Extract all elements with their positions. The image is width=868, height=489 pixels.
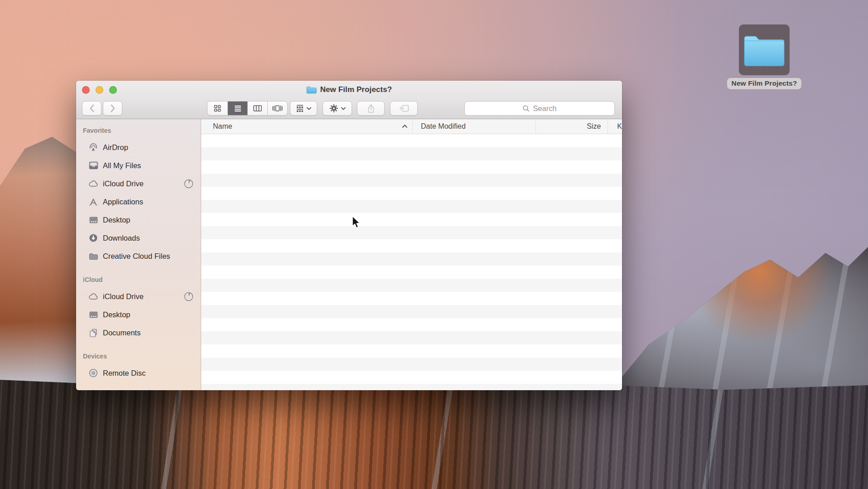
sidebar-item-desktop-2[interactable]: Desktop [76, 305, 201, 324]
minimize-button[interactable] [96, 86, 103, 94]
chevron-left-icon [89, 104, 95, 112]
sidebar-item-label: All My Files [103, 161, 141, 170]
search-placeholder: Search [533, 104, 556, 113]
gear-icon [329, 104, 338, 113]
list-view-icon [234, 105, 241, 112]
sidebar-item-airdrop[interactable]: AirDrop [76, 138, 201, 156]
icloud-icon [88, 180, 99, 187]
sidebar-item-documents[interactable]: Documents [76, 324, 201, 342]
icloud-icon [88, 293, 99, 300]
chevron-right-icon [110, 104, 116, 112]
column-header-date-modified[interactable]: Date Modified [412, 119, 535, 134]
icon-view-button[interactable] [207, 102, 227, 115]
tags-button[interactable] [390, 101, 418, 116]
action-button[interactable] [323, 101, 352, 116]
sidebar-section-favorites: Favorites AirDrop [76, 126, 201, 265]
sidebar-item-label: Desktop [103, 310, 130, 319]
column-view-icon [253, 105, 262, 111]
coverflow-view-button[interactable] [267, 102, 287, 115]
sidebar-item-downloads[interactable]: Downloads [76, 229, 201, 247]
file-list-empty-area[interactable] [201, 134, 622, 390]
desktop-icon [88, 216, 99, 224]
sidebar-item-creative-cloud-files[interactable]: Creative Cloud Files [76, 247, 201, 265]
section-header: Devices [83, 352, 201, 361]
sidebar-item-all-my-files[interactable]: All My Files [76, 156, 201, 174]
window-chrome: New Film Projects? [76, 81, 622, 119]
sidebar-section-icloud: iCloud iCloud Drive [76, 275, 201, 342]
column-header-size[interactable]: Size [535, 119, 608, 134]
list-header: Name Date Modified Size K [201, 119, 622, 134]
close-button[interactable] [82, 86, 90, 94]
sidebar-item-label: Applications [103, 198, 143, 206]
sidebar: Favorites AirDrop [76, 119, 201, 390]
chevron-down-icon [341, 107, 346, 110]
sidebar-item-desktop[interactable]: Desktop [76, 211, 201, 229]
sync-progress-pie-icon [184, 292, 193, 301]
airdrop-icon [88, 143, 99, 152]
sidebar-item-label: Creative Cloud Files [103, 252, 170, 261]
sidebar-item-label: Documents [103, 329, 140, 337]
mouse-cursor [352, 216, 362, 229]
titlebar[interactable]: New Film Projects? [76, 81, 622, 99]
section-header: Favorites [83, 126, 201, 135]
list-view-button[interactable] [227, 102, 247, 115]
all-my-files-icon [88, 161, 99, 169]
column-header-name[interactable]: Name [201, 119, 412, 134]
disc-icon [88, 368, 99, 378]
toolbar: Search [76, 99, 622, 119]
icon-label: New Film Projects? [727, 78, 802, 89]
chevron-down-icon [307, 107, 311, 110]
sidebar-item-label: iCloud Drive [103, 292, 144, 301]
column-header-kind[interactable]: K [608, 119, 622, 134]
applications-icon [88, 198, 99, 206]
proxy-folder-icon [306, 86, 317, 94]
desktop-icon [88, 311, 99, 319]
search-input[interactable]: Search [464, 101, 615, 116]
sort-ascending-icon [402, 124, 408, 128]
sidebar-item-label: Remote Disc [103, 369, 145, 378]
search-icon [522, 105, 530, 112]
share-button[interactable] [357, 101, 385, 116]
documents-icon [88, 329, 99, 337]
sidebar-item-icloud-drive-2[interactable]: iCloud Drive [76, 287, 201, 305]
icon-selection-box [739, 24, 790, 75]
sidebar-item-remote-disc[interactable]: Remote Disc [76, 364, 201, 382]
sidebar-item-label: iCloud Drive [103, 179, 144, 188]
sidebar-section-devices: Devices Remote Disc [76, 352, 201, 382]
view-mode-segmented-control [207, 101, 288, 116]
sidebar-item-icloud-drive[interactable]: iCloud Drive [76, 174, 201, 193]
sidebar-item-applications[interactable]: Applications [76, 193, 201, 211]
coverflow-view-icon [272, 105, 283, 112]
sidebar-item-label: Downloads [103, 234, 140, 242]
section-header: iCloud [83, 275, 201, 284]
icon-view-icon [214, 105, 221, 112]
folder-icon [743, 33, 786, 67]
share-icon [366, 104, 376, 113]
sync-progress-pie-icon [184, 179, 193, 189]
sidebar-item-label: Desktop [103, 216, 130, 224]
sidebar-item-label: AirDrop [103, 143, 128, 152]
tag-icon [399, 105, 409, 112]
arrange-grid-icon [296, 105, 304, 112]
desktop-icon-new-film-projects[interactable]: New Film Projects? [721, 24, 807, 89]
arrange-button[interactable] [290, 101, 317, 116]
folder-icon [88, 252, 99, 260]
back-button[interactable] [82, 101, 101, 116]
window-title: New Film Projects? [320, 85, 392, 94]
finder-window: New Film Projects? [76, 81, 622, 390]
forward-button[interactable] [103, 101, 122, 116]
zoom-button[interactable] [109, 86, 117, 94]
column-view-button[interactable] [247, 102, 267, 115]
list-view: Name Date Modified Size K [201, 119, 622, 390]
downloads-icon [88, 233, 99, 242]
